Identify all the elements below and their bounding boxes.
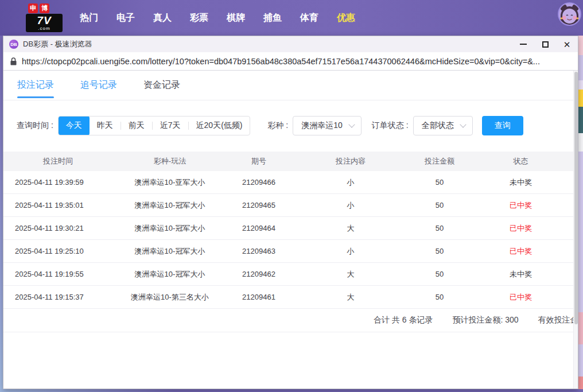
table-row: 2025-04-11 19:35:01 澳洲幸运10-冠军大小 21209465… [3,194,573,217]
time-option-7days[interactable]: 近7天 [153,116,188,135]
cell-time: 2025-04-11 19:19:55 [3,270,112,278]
logo-box: 7V .com [26,14,63,32]
cell-play: 澳洲幸运10-亚军大小 [112,177,227,188]
nav-item-lottery[interactable]: 彩票 [190,12,208,24]
cell-amount: 50 [411,247,468,255]
cell-amount: 50 [411,201,468,209]
scrollbar-thumb[interactable] [574,72,578,324]
cell-status: 未中奖 [468,177,573,188]
nav-item-hot[interactable]: 热门 [80,12,98,24]
maximize-button[interactable] [534,36,556,52]
maximize-icon [542,41,549,48]
page-right-edge [578,36,583,389]
time-option-yesterday[interactable]: 昨天 [90,116,121,135]
url-text[interactable]: https://ctopcp02pcali.uengi5e.com/lotter… [22,57,540,66]
table-row: 2025-04-11 19:39:59 澳洲幸运10-亚军大小 21209466… [3,171,573,194]
vertical-scrollbar[interactable] [573,71,578,389]
cell-play: 澳洲幸运10-冠军大小 [112,223,227,234]
summary-valid-amount: 有效投注金 [538,315,573,325]
close-icon: ✕ [563,40,571,49]
cell-content: 大 [290,269,411,280]
filter-bar: 查询时间 : 今天 昨天 前天 近7天 近20天(低频) 彩种 : 澳洲幸运10… [3,116,578,135]
cell-content: 大 [290,292,411,302]
time-option-today[interactable]: 今天 [59,116,90,135]
nav-item-fishing[interactable]: 捕鱼 [263,12,282,24]
cell-issue: 21209464 [227,224,290,232]
tab-fund-records[interactable]: 资金记录 [143,71,180,100]
minimize-icon [520,44,527,45]
nav-item-sports[interactable]: 体育 [300,12,318,24]
cell-content: 小 [290,200,411,211]
time-option-20days[interactable]: 近20天(低频) [189,116,250,135]
cell-play: 澳洲幸运10-冠军大小 [112,200,227,211]
col-header-time: 投注时间 [3,156,112,166]
search-button[interactable]: 查询 [482,116,523,135]
cell-play: 澳洲幸运10-冠军大小 [112,269,227,280]
nav-item-slots[interactable]: 电子 [116,12,135,24]
cell-play: 澳洲幸运10-冠军大小 [112,246,227,257]
minimize-button[interactable] [512,36,534,52]
cell-issue: 21209465 [227,201,290,209]
cell-time: 2025-04-11 19:25:10 [3,247,112,255]
browser-app-icon: DB [9,40,18,49]
logo-main-text: 7V [37,15,51,26]
avatar-illustration [559,3,580,25]
nav-item-board[interactable]: 棋牌 [227,12,245,24]
col-header-content: 投注内容 [290,156,411,166]
cell-time: 2025-04-11 19:35:01 [3,201,112,209]
time-range-group: 今天 昨天 前天 近7天 近20天(低频) [58,116,251,135]
lottery-type-value: 澳洲幸运10 [301,121,343,131]
table-summary-row: 合计 共 6 条记录 预计投注金额: 300 有效投注金 [3,309,573,332]
query-time-label: 查询时间 : [17,121,53,131]
cell-status: 已中奖 [468,292,573,302]
close-button[interactable]: ✕ [556,36,578,52]
cell-issue: 21209462 [227,270,290,278]
table-row: 2025-04-11 19:25:10 澳洲幸运10-冠军大小 21209463… [3,240,573,263]
user-avatar[interactable] [558,2,581,26]
cell-time: 2025-04-11 19:15:37 [3,293,112,301]
col-header-status: 状态 [468,156,573,166]
cell-amount: 50 [411,293,468,301]
order-status-value: 全部状态 [422,121,454,131]
tab-chase-records[interactable]: 追号记录 [80,71,117,100]
site-logo[interactable]: 申 博 7V .com [26,3,64,32]
cell-status: 未中奖 [468,269,573,280]
col-header-amount: 投注金额 [411,156,468,166]
lottery-type-label: 彩种 : [267,121,288,131]
page-content: 投注记录 追号记录 资金记录 查询时间 : 今天 昨天 前天 近7天 近20天(… [3,71,578,389]
summary-expected-amount: 预计投注金额: 300 [452,315,518,325]
col-header-issue: 期号 [227,156,290,166]
window-titlebar[interactable]: DB DB彩票 - 极速浏览器 ✕ [3,36,578,52]
chevron-down-icon [348,121,355,127]
cell-status: 已中奖 [468,246,573,257]
browser-window: DB DB彩票 - 极速浏览器 ✕ https://ctopcp02pcali.… [3,36,578,389]
address-bar[interactable]: https://ctopcp02pcali.uengi5e.com/lotter… [3,52,578,71]
col-header-play: 彩种-玩法 [112,156,227,166]
cell-amount: 50 [411,178,468,187]
logo-badge-2: 博 [40,3,49,13]
logo-suffix-text: .com [38,26,50,31]
lottery-type-select[interactable]: 澳洲幸运10 [293,116,362,135]
summary-total-records: 合计 共 6 条记录 [374,315,433,325]
cell-content: 小 [290,177,411,188]
nav-item-promo[interactable]: 优惠 [337,12,355,24]
table-row: 2025-04-11 19:19:55 澳洲幸运10-冠军大小 21209462… [3,263,573,286]
table-header-row: 投注时间 彩种-玩法 期号 投注内容 投注金额 状态 [3,152,573,171]
tab-bet-records[interactable]: 投注记录 [17,71,54,100]
cell-time: 2025-04-11 19:30:21 [3,224,112,232]
site-nav-menu: 热门 电子 真人 彩票 棋牌 捕鱼 体育 优惠 [80,12,355,24]
window-title: DB彩票 - 极速浏览器 [23,39,92,49]
lock-icon [10,57,17,65]
cell-status: 已中奖 [468,223,573,234]
order-status-select[interactable]: 全部状态 [413,116,473,135]
cell-amount: 50 [411,224,468,232]
nav-item-live[interactable]: 真人 [153,12,172,24]
time-option-day-before[interactable]: 前天 [121,116,152,135]
table-row: 2025-04-11 19:30:21 澳洲幸运10-冠军大小 21209464… [3,217,573,240]
page-bottom-edge [0,389,583,392]
order-status-label: 订单状态 : [372,121,409,131]
cell-issue: 21209466 [227,178,290,187]
cell-play: 澳洲幸运10-第三名大小 [112,292,227,302]
cell-content: 小 [290,246,411,257]
record-tabs: 投注记录 追号记录 资金记录 [3,71,578,100]
